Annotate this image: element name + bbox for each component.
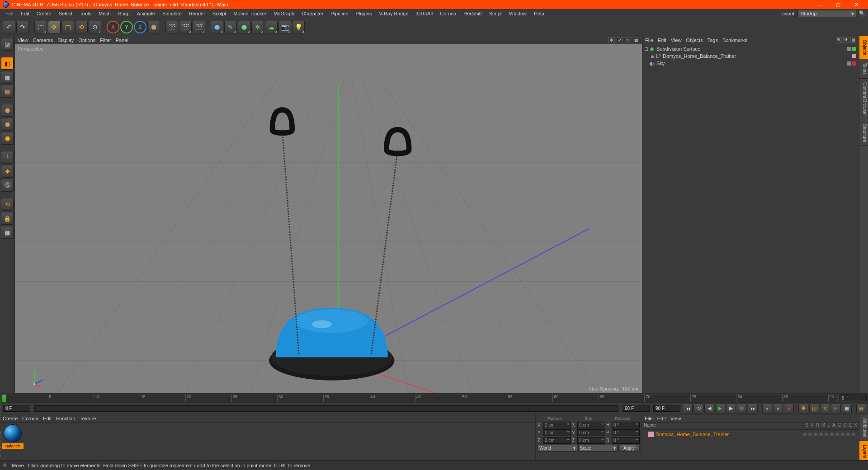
menu-script[interactable]: Script xyxy=(486,10,505,17)
make-editable-button[interactable]: ▨ xyxy=(1,38,14,51)
coord-system-button[interactable]: ⬢ xyxy=(147,21,160,33)
layer-row[interactable]: Domyos_Home_Balance_Trainer xyxy=(643,431,858,437)
apply-button[interactable]: Apply xyxy=(618,445,640,451)
frame-end2[interactable]: 90 F xyxy=(653,405,680,412)
workplane-button[interactable]: ▤ xyxy=(1,85,14,98)
rot-p-input[interactable]: 0 °◂▸ xyxy=(612,429,640,436)
menu-plugins[interactable]: Plugins xyxy=(352,10,375,17)
polygons-mode-button[interactable]: ⬣ xyxy=(1,132,14,145)
autokey-button[interactable]: ● xyxy=(773,404,783,414)
timeline-slider[interactable] xyxy=(34,405,618,412)
layer-flag-v[interactable] xyxy=(808,432,812,436)
layer-flag-m[interactable] xyxy=(819,432,823,436)
menu-vray[interactable]: V-Ray Bridge xyxy=(376,10,412,17)
tab-structure[interactable]: Structure xyxy=(859,120,868,146)
spline-button[interactable]: ✎ xyxy=(224,21,237,33)
viewport-menu-options[interactable]: Options xyxy=(78,38,95,43)
next-frame-button[interactable]: ▶ xyxy=(726,404,736,414)
prev-frame-button[interactable]: ◀ xyxy=(704,404,714,414)
rot-h-input[interactable]: 0 °◂▸ xyxy=(612,422,640,428)
tab-layers[interactable]: Layers xyxy=(859,441,868,462)
viewport-menu-view[interactable]: View xyxy=(18,38,28,43)
snap-button[interactable]: Ⓢ xyxy=(1,179,14,192)
menu-snap[interactable]: Snap xyxy=(114,10,133,17)
frame-current[interactable]: 0 F xyxy=(3,405,30,412)
material-menu-edit[interactable]: Edit xyxy=(43,416,52,421)
key-pla-button[interactable]: ▦ xyxy=(842,404,852,414)
pos-z-input[interactable]: 0 cm◂▸ xyxy=(543,437,571,444)
pos-y-input[interactable]: 0 cm◂▸ xyxy=(543,429,571,436)
generator-button[interactable]: ⬣ xyxy=(238,21,250,33)
z-axis-toggle[interactable]: Z xyxy=(134,21,146,33)
scale-tool[interactable]: ◫ xyxy=(61,21,74,33)
viewport-menu-panel[interactable]: Panel xyxy=(116,38,128,43)
axis-button[interactable]: └ xyxy=(1,151,14,164)
viewport-solo-button[interactable]: ▦ xyxy=(1,226,14,239)
menu-character[interactable]: Character xyxy=(298,10,327,17)
minimize-button[interactable]: — xyxy=(811,0,829,9)
workplane-snap-button[interactable]: ⟲ xyxy=(1,198,14,211)
size-x-input[interactable]: 0 cm◂▸ xyxy=(577,422,605,428)
objects-menu-edit[interactable]: Edit xyxy=(658,38,666,43)
select-tool[interactable]: ⬚ xyxy=(34,21,47,33)
close-button[interactable]: ✕ xyxy=(847,0,865,9)
model-mode-button[interactable]: ◧ xyxy=(1,57,14,70)
go-start-button[interactable]: ⏮ xyxy=(683,404,693,414)
menu-window[interactable]: Window xyxy=(505,10,530,17)
coord-system-dropdown[interactable]: World xyxy=(538,445,577,451)
material-menu-texture[interactable]: Texture xyxy=(80,416,96,421)
key-param-button[interactable]: P xyxy=(831,404,841,414)
tree-toggle-icon[interactable]: ⊞ xyxy=(650,53,655,59)
x-axis-toggle[interactable]: X xyxy=(107,21,119,33)
key-rot-button[interactable]: ⟲ xyxy=(820,404,830,414)
tree-toggle-icon[interactable]: ⊟ xyxy=(643,46,649,52)
frame-range-end[interactable]: 0 F xyxy=(840,395,867,401)
layer-flag-g[interactable] xyxy=(835,432,839,436)
render-settings-button[interactable]: 🎬 xyxy=(193,21,205,33)
key-pos-button[interactable]: ✥ xyxy=(798,404,808,414)
objects-search-icon[interactable]: 🔍 xyxy=(836,37,842,43)
menu-render[interactable]: Render xyxy=(185,10,209,17)
tab-content-browser[interactable]: Content Browser xyxy=(859,79,868,120)
go-prev-key-button[interactable]: ⟲ xyxy=(693,404,703,414)
viewport-nav-zoom-icon[interactable]: ⤢ xyxy=(617,37,623,43)
objects-menu-tags[interactable]: Tags xyxy=(708,38,718,43)
layer-color-icon[interactable] xyxy=(648,432,654,437)
pos-x-input[interactable]: 0 cm◂▸ xyxy=(543,422,571,428)
material-name[interactable]: Balancir xyxy=(2,443,24,449)
size-mode-dropdown[interactable]: Scale xyxy=(578,445,618,451)
objects-menu-objects[interactable]: Objects xyxy=(686,38,703,43)
menu-select[interactable]: Select xyxy=(55,10,76,17)
viewport-menu-display[interactable]: Display xyxy=(57,38,74,43)
tree-row-subdivision[interactable]: ⊟ ◉ Subdivision Surface xyxy=(643,45,858,52)
primitive-button[interactable]: ⬣ xyxy=(211,21,223,33)
layout-dropdown[interactable]: Startup xyxy=(797,10,856,17)
last-tool[interactable]: ⊙ xyxy=(89,21,101,33)
viewport-layout-icon[interactable]: ▦ xyxy=(633,37,639,43)
light-button[interactable]: 💡 xyxy=(292,21,305,33)
size-z-input[interactable]: 0 cm◂▸ xyxy=(577,437,605,444)
attr-menu-file[interactable]: File xyxy=(645,416,653,421)
enable-tag[interactable] xyxy=(852,47,856,51)
go-next-key-button[interactable]: ⟳ xyxy=(737,404,747,414)
menu-pipeline[interactable]: Pipeline xyxy=(327,10,352,17)
layer-flag-l[interactable] xyxy=(825,432,828,436)
render-view-button[interactable]: 🎬 xyxy=(165,21,178,33)
objects-menu-view[interactable]: View xyxy=(671,38,682,43)
key-scale-button[interactable]: ◫ xyxy=(809,404,819,414)
objects-menu-file[interactable]: File xyxy=(645,38,653,43)
maximize-button[interactable]: ▢ xyxy=(829,0,847,9)
menu-motion-tracker[interactable]: Motion Tracker xyxy=(230,10,270,17)
layer-tag[interactable] xyxy=(852,54,856,58)
menu-simulate[interactable]: Simulate xyxy=(159,10,185,17)
tweak-button[interactable]: ✥ xyxy=(1,165,14,178)
play-button[interactable]: ▶ xyxy=(715,404,725,414)
tree-row-sky[interactable]: ◐ Sky xyxy=(643,60,858,67)
objects-eye-icon[interactable]: 👁 xyxy=(843,37,849,43)
frame-end1[interactable]: 90 F xyxy=(623,405,650,412)
layer-flag-a[interactable] xyxy=(830,432,834,436)
deformer-button[interactable]: ✲ xyxy=(251,21,264,33)
attr-menu-view[interactable]: View xyxy=(670,416,681,421)
menu-file[interactable]: File xyxy=(2,10,17,17)
menu-create[interactable]: Create xyxy=(33,10,55,17)
